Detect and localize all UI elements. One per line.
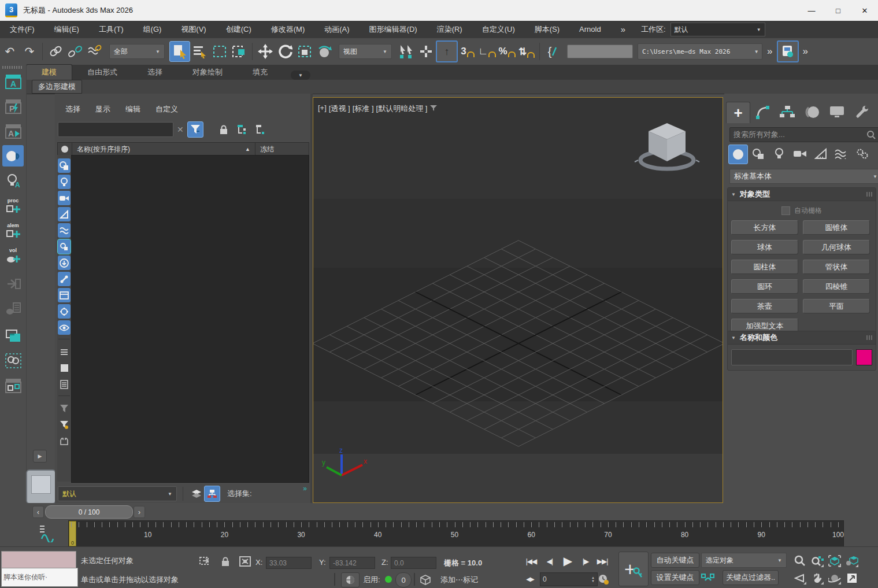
select-and-link-button[interactable] (46, 42, 65, 61)
ribbon-minimize-button[interactable]: ▼ (291, 71, 310, 80)
go-to-start-button[interactable]: |◀◀ (523, 555, 539, 568)
category-space-warps-button[interactable] (832, 145, 851, 163)
tab-hierarchy[interactable] (776, 102, 799, 123)
current-frame-field[interactable]: 0 ▲▼ (540, 572, 598, 586)
named-selection-input[interactable] (567, 45, 633, 58)
column-name-header[interactable]: 名称(按升序排序) ▲ (72, 143, 255, 156)
unlink-button[interactable] (65, 42, 85, 61)
key-filters-icon-button[interactable] (701, 571, 715, 585)
minimized-dialog-button[interactable] (26, 469, 56, 504)
explorer-menu-customize[interactable]: 自定义 (152, 104, 181, 114)
toggle-lights-button[interactable] (58, 175, 71, 189)
object-color-swatch[interactable] (856, 349, 872, 365)
tab-modify[interactable] (751, 102, 774, 123)
maximize-viewport-toggle-button[interactable] (845, 571, 859, 585)
play-button[interactable]: ▶ (560, 553, 576, 569)
column-frozen-header[interactable]: 冻结 (255, 143, 309, 156)
geosphere-button[interactable]: 几何球体 (803, 240, 870, 254)
macro-window-a-button[interactable]: A (2, 71, 24, 92)
box-button[interactable]: 长方体 (731, 220, 798, 235)
app-icon[interactable]: 3 (5, 3, 17, 17)
macro-window-shapes-button[interactable] (2, 375, 24, 396)
toggle-bones-button[interactable] (58, 272, 71, 286)
macro-window-p-button[interactable]: P (2, 95, 24, 117)
select-and-move-button[interactable] (255, 42, 275, 61)
menu-create[interactable]: 创建(C) (216, 21, 261, 38)
explorer-search-input[interactable] (58, 122, 173, 137)
toolbar-drag-handle[interactable] (2, 66, 23, 69)
detail-view-button[interactable] (58, 377, 71, 391)
ribbon-tab-modeling[interactable]: 建模 (26, 64, 72, 80)
z-coord-field[interactable]: 0.0 (391, 557, 436, 569)
macro-window-a-play-button[interactable]: A (2, 120, 24, 142)
rectangular-selection-region-button[interactable] (210, 42, 229, 61)
set-keys-button[interactable]: + (618, 552, 649, 586)
select-and-rotate-button[interactable] (275, 42, 295, 61)
ribbon-tab-freeform[interactable]: 自由形式 (72, 65, 132, 80)
toggle-containers-button[interactable] (58, 256, 71, 270)
viewport-menu-renderer[interactable]: [标准 ] (353, 103, 374, 114)
project-folder-dropdown[interactable]: C:\Users\me⋯ds Max 2026 ▼ (638, 43, 762, 60)
next-frame-playback-button[interactable]: |▶ (578, 555, 593, 568)
bind-to-space-warp-button[interactable] (85, 42, 105, 61)
blank-view-button[interactable] (58, 361, 71, 375)
time-tag-cube-button[interactable] (418, 573, 432, 587)
per-view-filter-icon[interactable] (429, 105, 438, 112)
toggle-space-warps-button[interactable] (58, 223, 71, 238)
name-color-rollout-header[interactable]: ▼ 名称和颜色 (728, 331, 876, 345)
toolbar-overflow-chevron-2[interactable]: » (802, 46, 807, 57)
explorer-menu-display[interactable]: 显示 (92, 104, 114, 114)
select-object-button[interactable] (169, 41, 190, 62)
menu-rendering[interactable]: 渲染(R) (427, 21, 472, 38)
render-setup-button[interactable] (777, 40, 799, 62)
cylinder-button[interactable]: 圆柱体 (731, 260, 798, 274)
footer-overflow-chevron[interactable]: » (303, 485, 307, 493)
time-tag-shield-button[interactable] (341, 572, 360, 587)
workspace-dropdown[interactable]: 默认 ▼ (670, 23, 765, 36)
category-systems-button[interactable] (853, 145, 872, 163)
object-type-rollout-header[interactable]: ▼ 对象类型 (728, 188, 876, 201)
teapot-button[interactable]: 茶壶 (731, 299, 798, 313)
subcategory-dropdown[interactable]: 标准基本体 ▼ (729, 169, 878, 184)
explorer-preset-dropdown[interactable]: 默认 ▼ (58, 486, 177, 501)
edit-named-selection-sets-button[interactable]: { (543, 42, 562, 61)
viewport-menu-general[interactable]: [+] (318, 103, 327, 114)
spinner-snap-button[interactable]: ⇅ (517, 42, 536, 61)
menu-edit[interactable]: 编辑(E) (45, 21, 89, 38)
previous-frame-button[interactable]: ‹ (32, 506, 44, 518)
go-to-end-button[interactable]: ▶▶| (594, 555, 610, 568)
scene-object-list[interactable] (71, 155, 309, 483)
cone-button[interactable]: 圆锥体 (803, 220, 870, 235)
menu-scripting[interactable]: 脚本(S) (525, 21, 569, 38)
view-cube[interactable] (630, 115, 705, 179)
frame-spinner[interactable]: ▲▼ (591, 576, 595, 583)
menu-arnold[interactable]: Arnold (569, 21, 611, 38)
toggle-materials-button[interactable] (58, 304, 71, 319)
toggle-visibility-button[interactable] (58, 320, 71, 335)
macro-render-preview-button[interactable] (2, 145, 24, 167)
zoom-all-button[interactable] (810, 554, 824, 568)
plane-button[interactable]: 平面 (803, 299, 870, 313)
select-and-manipulate-button[interactable] (397, 42, 416, 61)
pyramid-button[interactable]: 四棱锥 (803, 279, 870, 294)
menu-customize[interactable]: 自定义(U) (472, 21, 525, 38)
snaps-toggle-button[interactable]: ↑ (436, 40, 458, 62)
category-helpers-button[interactable] (812, 145, 830, 163)
explorer-lock-button[interactable] (216, 122, 231, 137)
maxscript-mini-listener[interactable]: 脚本迷你侦听· (1, 568, 78, 587)
previous-frame-playback-button[interactable]: ◀| (542, 555, 557, 568)
time-configuration-button[interactable] (597, 572, 610, 586)
snap-3d-button[interactable]: 3 (458, 42, 477, 61)
undo-button[interactable]: ↶ (0, 42, 20, 61)
minimize-button[interactable]: — (798, 0, 825, 21)
torus-button[interactable]: 圆环 (731, 279, 798, 294)
orbit-button[interactable] (828, 571, 842, 585)
explorer-menu-edit[interactable]: 编辑 (122, 104, 144, 114)
category-shapes-button[interactable] (749, 145, 768, 163)
zero-frame-button[interactable]: 0 (395, 572, 412, 587)
select-and-scale-button[interactable] (295, 42, 314, 61)
menu-modifiers[interactable]: 修改器(M) (261, 21, 315, 38)
column-type-header[interactable] (58, 143, 72, 156)
toggle-frozen-button[interactable] (58, 288, 71, 302)
macro-vol-button[interactable]: vol (2, 245, 24, 267)
